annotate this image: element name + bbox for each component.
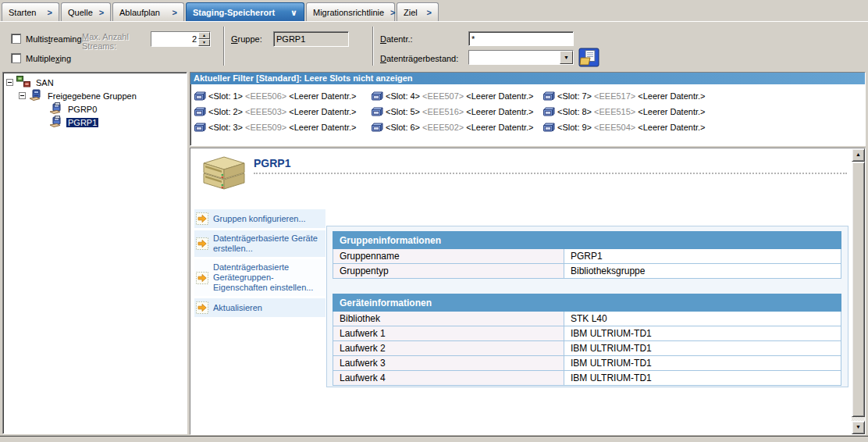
slot-number: <Slot: 1>	[208, 91, 243, 101]
slot-item-1[interactable]: <Slot: 1><EEE506><Leerer Datentr.>	[194, 88, 372, 104]
tree-node-san[interactable]: SAN	[5, 76, 185, 89]
slot-number: <Slot: 5>	[386, 107, 420, 116]
slot-item-3[interactable]: <Slot: 3><EEE509><Leerer Datentr.>	[194, 119, 372, 135]
application-window: Starten > Quelle > Ablaufplan > Staging-…	[0, 0, 868, 442]
tab-ziel[interactable]: Ziel >	[397, 2, 439, 22]
group-device-icon	[49, 102, 62, 116]
link-label: Aktualisieren	[213, 303, 262, 313]
stepper-down-button[interactable]: ▼	[198, 39, 210, 46]
tree-node-label[interactable]: Freigegebene Gruppen	[46, 91, 138, 101]
row-value: Bibliotheksgruppe	[564, 264, 841, 279]
tab-label: Migrationsrichtlinie	[313, 8, 384, 17]
slots-panel: Aktueller Filter [Standard]: Leere Slots…	[190, 72, 866, 146]
scroll-up-button[interactable]: ▲	[852, 148, 865, 162]
bestand-combobox-input[interactable]	[469, 51, 560, 64]
group-detail-panel: PGRP1 Gruppen konfigurieren... Datenträg…	[190, 148, 866, 435]
datentr-label: Datentr.:	[380, 34, 413, 44]
tape-cartridge-icon	[543, 91, 555, 101]
slot-media-code: <EEE502>	[422, 123, 464, 132]
slot-number: <Slot: 8>	[557, 107, 592, 116]
link-geraetegruppen-eigenschaften[interactable]: Datenträgerbasierte Gerätegruppen-Eigens…	[194, 259, 326, 296]
row-label: Gruppenname	[333, 249, 564, 264]
chevron-down-icon: ∨	[290, 8, 297, 18]
tree-node-label-selected[interactable]: PGRP1	[66, 118, 98, 127]
gruppe-field[interactable]	[273, 31, 349, 47]
table-row: Gruppentyp Bibliotheksgruppe	[333, 264, 841, 279]
link-gruppen-konfigurieren[interactable]: Gruppen konfigurieren...	[194, 209, 326, 228]
group-detail-body: PGRP1 Gruppen konfigurieren... Datenträg…	[190, 148, 852, 434]
chevron-right-icon: >	[427, 8, 432, 17]
multiplexing-label: Multiplexing	[26, 54, 71, 63]
slot-item-9[interactable]: <Slot: 9><EEE504><Leerer Datentr.>	[543, 119, 865, 135]
tab-migrationsrichtlinie[interactable]: Migrationsrichtlinie >	[306, 2, 395, 22]
device-tree-panel: SAN Freigegebene Gruppen	[2, 72, 187, 434]
bestand-combobox[interactable]: ▼	[468, 50, 574, 65]
tab-staging-speicherort[interactable]: Staging-Speicherort ∨	[186, 2, 304, 22]
slot-media-code: <EEE517>	[594, 91, 635, 101]
slot-number: <Slot: 2>	[208, 107, 243, 116]
multistreaming-checkbox[interactable]	[11, 34, 21, 44]
group-device-icon	[49, 116, 62, 130]
toolbar-separator	[223, 27, 225, 66]
max-streams-input[interactable]	[151, 32, 198, 46]
scrollbar-thumb[interactable]	[852, 162, 865, 417]
scroll-down-button[interactable]: ▼	[852, 421, 865, 434]
vertical-scrollbar[interactable]: ▲ ▼	[852, 148, 865, 434]
multiplexing-checkbox[interactable]	[11, 53, 21, 63]
tree-node-label[interactable]: SAN	[34, 78, 55, 87]
stepper-up-button[interactable]: ▲	[198, 32, 210, 39]
slot-media-code: <EEE506>	[245, 91, 286, 101]
slot-media-label: <Leerer Datentr.>	[289, 123, 356, 132]
combobox-dropdown-button[interactable]: ▼	[560, 51, 573, 64]
tree-node-shared-groups[interactable]: Freigegebene Gruppen	[5, 89, 185, 102]
tab-ablaufplan[interactable]: Ablaufplan >	[112, 2, 184, 22]
tape-cartridge-icon	[372, 123, 383, 132]
bottom-frame	[0, 436, 868, 442]
multistreaming-label: Multistreaming	[26, 34, 82, 44]
table-row: Laufwerk 3 IBM ULTRIUM-TD1	[333, 356, 841, 371]
tab-label: Staging-Speicherort	[193, 8, 275, 17]
tab-quelle[interactable]: Quelle >	[61, 2, 111, 22]
slot-item-2[interactable]: <Slot: 2><EEE503><Leerer Datentr.>	[194, 104, 372, 119]
action-arrow-icon	[196, 212, 208, 225]
slot-media-code: <EEE504>	[594, 123, 635, 132]
link-label: Datenträgerbasierte Gerätegruppen-Eigens…	[213, 262, 324, 293]
tree-node-pgrp0[interactable]: PGRP0	[5, 102, 185, 116]
slot-item-7[interactable]: <Slot: 7><EEE517><Leerer Datentr.>	[543, 88, 865, 104]
row-value: IBM ULTRIUM-TD1	[564, 371, 841, 386]
action-arrow-icon	[196, 237, 208, 250]
bestand-label: Datenträgerbestand:	[380, 54, 458, 63]
slot-media-code: <EEE503>	[245, 107, 286, 116]
link-aktualisieren[interactable]: Aktualisieren	[194, 298, 326, 317]
chevron-right-icon: >	[390, 8, 395, 17]
media-view-button[interactable]	[578, 48, 600, 67]
library-group-icon	[201, 155, 247, 199]
slot-item-8[interactable]: <Slot: 8><EEE515><Leerer Datentr.>	[543, 104, 865, 119]
link-geraete-erstellen[interactable]: Datenträgerbasierte Geräte erstellen...	[194, 230, 326, 257]
collapse-icon[interactable]	[19, 92, 26, 99]
tree-node-label[interactable]: PGRP0	[66, 105, 98, 114]
tab-starten[interactable]: Starten >	[2, 2, 59, 22]
gruppe-label: Gruppe:	[231, 34, 262, 44]
slot-item-4[interactable]: <Slot: 4><EEE507><Leerer Datentr.>	[372, 88, 543, 104]
max-streams-stepper: ▲ ▼	[151, 31, 211, 47]
collapse-icon[interactable]	[6, 79, 13, 86]
slot-item-6[interactable]: <Slot: 6><EEE502><Leerer Datentr.>	[372, 119, 543, 135]
slot-media-code: <EEE516>	[422, 107, 464, 116]
table-row: Bibliothek STK L40	[333, 312, 841, 326]
table-row: Laufwerk 1 IBM ULTRIUM-TD1	[333, 326, 841, 341]
shared-groups-icon	[29, 89, 42, 103]
title-divider	[254, 173, 847, 174]
slot-number: <Slot: 3>	[208, 123, 243, 132]
toolbar-separator	[372, 27, 374, 66]
max-streams-label-line2: Streams:	[82, 41, 116, 51]
tree-node-pgrp1[interactable]: PGRP1	[5, 116, 185, 129]
slot-media-label: <Leerer Datentr.>	[638, 123, 705, 132]
datentr-input[interactable]	[468, 31, 574, 46]
slot-number: <Slot: 4>	[386, 91, 420, 101]
row-value: PGRP1	[564, 249, 841, 264]
table-title: Gruppeninformationen	[333, 232, 841, 249]
slot-item-5[interactable]: <Slot: 5><EEE516><Leerer Datentr.>	[372, 104, 543, 119]
row-value: IBM ULTRIUM-TD1	[564, 326, 841, 341]
slot-number: <Slot: 9>	[557, 123, 592, 132]
